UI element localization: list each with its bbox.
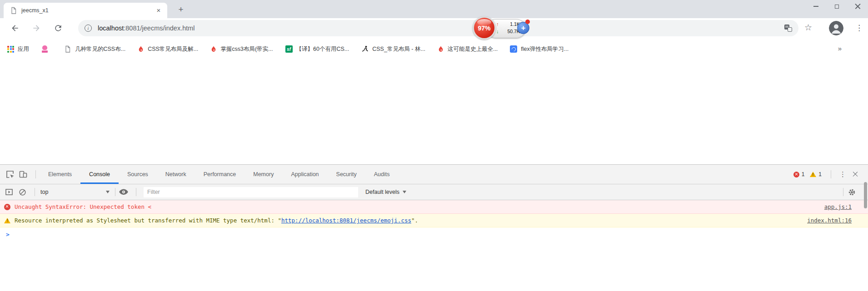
bookmark-label: 【译】60个有用CS... [296,45,349,53]
profile-avatar[interactable] [829,21,843,35]
tab-application[interactable]: Application [282,165,327,184]
filter-input[interactable] [144,187,358,197]
restore-icon [835,5,839,9]
new-tab-button[interactable]: + [175,3,187,16]
bookmark-css-layouts[interactable]: 几种常见的CSS布... [64,45,125,53]
person-writing-icon [361,45,369,53]
context-selector[interactable]: top [40,189,110,195]
bookmark-apps[interactable]: 应用 [7,45,29,53]
warning-icon [4,218,10,223]
reload-button[interactable] [54,24,63,33]
chevron-down-icon [106,191,110,193]
site-info-icon[interactable]: i [85,25,92,32]
apps-grid-icon [7,46,14,53]
live-expression-eye-icon[interactable] [119,187,128,197]
warning-icon [810,172,816,177]
devtools-close-icon[interactable] [853,172,858,177]
tab-performance[interactable]: Performance [195,165,245,184]
console-prompt[interactable]: > [0,227,868,241]
divider [136,188,136,196]
warning-source-link[interactable]: index.html:16 [807,217,852,224]
tab-elements[interactable]: Elements [40,165,80,184]
forward-button[interactable] [32,24,41,33]
stylesheet-url-link[interactable]: http://localhost:8081/jeecms/emoji.css [281,217,411,224]
tab-sources[interactable]: Sources [119,165,157,184]
console-messages: Uncaught SyntaxError: Unexpected token <… [0,200,868,241]
restore-button[interactable] [826,0,847,13]
bookmark-label: CSS常见布局及解... [148,45,198,53]
device-toolbar-icon[interactable] [19,170,28,179]
tab-close-icon[interactable]: × [155,6,163,15]
bookmark-label: 几种常见的CSS布... [75,45,125,53]
bookmark-label: flex弹性布局学习... [521,45,569,53]
browser-menu-icon[interactable]: ⋮ [855,23,863,34]
bookmark-most-complete[interactable]: 这可能是史上最全... [438,45,498,53]
network-speed-widget[interactable]: 97% ↑1.1K/s ↓50.7K/s + [473,16,541,42]
tab-audits[interactable]: Audits [365,165,399,184]
bookmark-css-layout-lin[interactable]: CSS_常见布局 - 林... [361,45,425,53]
tab-console[interactable]: Console [80,165,119,184]
error-icon [4,204,10,210]
divider [115,188,115,196]
page-favicon-icon [10,7,17,14]
error-icon [793,172,799,178]
levels-label: Default levels [365,189,399,195]
flame-icon [138,45,144,53]
settings-gear-icon[interactable] [847,187,856,197]
close-window-button[interactable] [847,0,868,13]
tab-strip: jeecms_x1 × + [0,0,868,18]
page-icon [64,45,71,53]
divider [35,188,35,196]
console-warning-row[interactable]: Resource interpreted as Stylesheet but t… [0,214,868,227]
url-host: localhost [98,25,124,32]
window-controls [805,0,868,13]
devtools-scrollbar[interactable] [864,182,867,208]
tab-network[interactable]: Network [157,165,195,184]
widget-notification-dot [525,20,530,24]
tab-security[interactable]: Security [328,165,365,184]
bookmark-label: 应用 [18,45,29,53]
minimize-button[interactable] [805,0,826,13]
bookmarks-overflow-icon[interactable]: » [838,44,842,52]
upload-arrow-icon: ↑ [496,21,499,27]
warning-message: Resource interpreted as Stylesheet but t… [15,217,802,224]
console-error-row[interactable]: Uncaught SyntaxError: Unexpected token <… [0,200,868,214]
divider [831,170,831,178]
flower-favicon-icon [41,45,48,53]
bookmark-star-icon[interactable]: ☆ [804,23,812,33]
flame-icon [438,45,444,53]
bookmark-css-common[interactable]: CSS常见布局及解... [138,45,198,53]
bookmark-flex-layout[interactable]: flex弹性布局学习... [510,45,569,53]
segmentfault-icon: sf [285,45,293,53]
bookmark-label: 掌握css3布局(带实... [220,45,273,53]
bookmarks-bar: 应用 几种常见的CSS布... CSS常见布局及解... 掌握css3布局(带实… [0,38,868,60]
address-bar[interactable]: i localhost:8081/jeecms/index.html [78,20,798,36]
tab-memory[interactable]: Memory [244,165,282,184]
back-button[interactable] [10,24,20,33]
download-arrow-icon: ↓ [496,29,499,34]
bookmark-css3-layout[interactable]: 掌握css3布局(带实... [210,45,273,53]
error-message: Uncaught SyntaxError: Unexpected token < [15,203,819,210]
divider [35,170,36,178]
bookmark-label: CSS_常见布局 - 林... [372,45,425,53]
error-source-link[interactable]: app.js:1 [824,203,852,210]
url-text: localhost:8081/jeecms/index.html [98,25,784,32]
browser-tab[interactable]: jeecms_x1 × [4,3,167,18]
bookmark-60-useful-css[interactable]: sf 【译】60个有用CS... [285,45,349,53]
error-count-badge[interactable]: 1 [793,171,805,178]
inspect-element-icon[interactable] [5,170,15,179]
log-levels-selector[interactable]: Default levels [365,189,406,195]
battery-percent-badge[interactable]: 97% [473,16,496,39]
bookmark-pink-favicon[interactable] [41,45,52,53]
url-path: :8081/jeecms/index.html [124,25,195,32]
devtools-tabbar: Elements Console Sources Network Perform… [0,165,868,184]
devtools-menu-icon[interactable]: ⋮ [839,170,846,178]
clear-console-icon[interactable] [18,187,27,197]
browser-toolbar: i localhost:8081/jeecms/index.html ☆ ⋮ [0,18,868,38]
tab-title: jeecms_x1 [21,7,155,14]
devtools-panel: Elements Console Sources Network Perform… [0,164,868,291]
browser-window: jeecms_x1 × + i localhost:8081/jeecms/in… [0,0,868,291]
warning-count-badge[interactable]: 1 [810,171,822,178]
translate-icon[interactable] [784,25,792,32]
console-sidebar-icon[interactable] [5,187,14,197]
